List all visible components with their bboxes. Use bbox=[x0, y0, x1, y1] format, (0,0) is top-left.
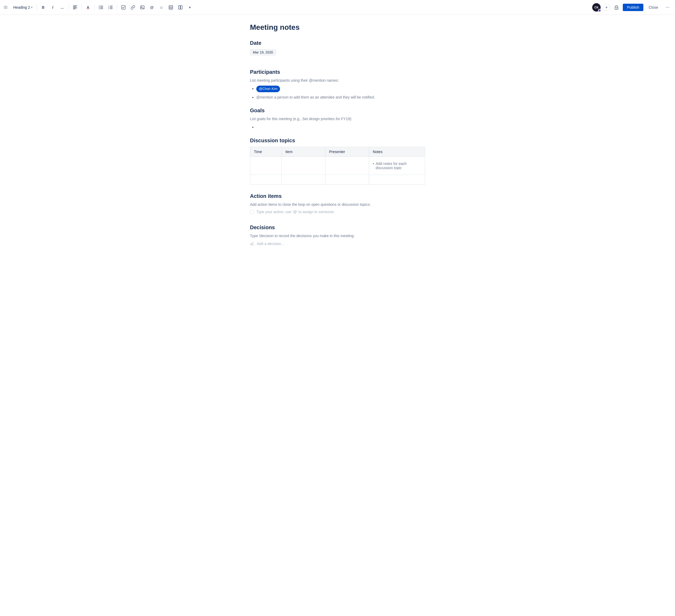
toolbar-divider-3 bbox=[81, 4, 82, 10]
svg-rect-5 bbox=[100, 6, 103, 6]
participants-description: List meeting participants using their @m… bbox=[250, 78, 425, 82]
mention-button[interactable]: @ bbox=[148, 3, 156, 12]
emoji-button[interactable]: ☺ bbox=[157, 3, 166, 12]
list-item[interactable] bbox=[256, 124, 425, 130]
table-button[interactable] bbox=[167, 3, 175, 12]
table-cell-item[interactable] bbox=[282, 157, 325, 175]
more-text-button[interactable]: ... bbox=[58, 3, 66, 12]
svg-point-6 bbox=[99, 7, 100, 8]
table-cell-notes-2[interactable] bbox=[369, 175, 425, 184]
toolbar-divider-4 bbox=[94, 4, 95, 10]
svg-text:3.: 3. bbox=[108, 8, 110, 9]
decision-placeholder[interactable]: Add a decision... bbox=[257, 242, 284, 246]
discussion-table: Time Item Presenter Notes Add notes for … bbox=[250, 147, 425, 185]
avatar-initials: CK bbox=[594, 6, 599, 9]
align-button[interactable] bbox=[71, 3, 79, 12]
svg-rect-3 bbox=[73, 9, 76, 9]
toolbar-right: CK + Publish Close ··· bbox=[592, 3, 672, 12]
toolbar-divider-1 bbox=[36, 4, 37, 10]
logo-icon[interactable]: ≋ bbox=[3, 4, 8, 11]
svg-point-8 bbox=[99, 8, 100, 9]
svg-rect-13 bbox=[110, 7, 112, 8]
svg-point-4 bbox=[99, 6, 100, 6]
decision-icon bbox=[250, 241, 254, 246]
link-button[interactable] bbox=[129, 3, 137, 12]
avatar-badge bbox=[598, 9, 601, 12]
page-content: Meeting notes Date Mar 19, 2020 Particip… bbox=[237, 15, 438, 267]
svg-rect-7 bbox=[100, 7, 103, 8]
decision-row[interactable]: Add a decision... bbox=[250, 241, 425, 246]
table-cell-notes[interactable]: Add notes for each discussion topic bbox=[369, 157, 425, 175]
table-cell-item-2[interactable] bbox=[282, 175, 325, 184]
heading-style-label: Heading 2 bbox=[13, 5, 30, 9]
mention-hint: @mention a person to add them as an atte… bbox=[256, 95, 375, 99]
bold-button[interactable]: B bbox=[39, 3, 48, 12]
page-title[interactable]: Meeting notes bbox=[250, 23, 425, 31]
table-cell-presenter-2[interactable] bbox=[325, 175, 369, 184]
date-badge[interactable]: Mar 19, 2020 bbox=[250, 49, 276, 55]
image-button[interactable] bbox=[138, 3, 147, 12]
participants-heading: Participants bbox=[250, 69, 425, 75]
goals-list bbox=[256, 124, 425, 130]
publish-button[interactable]: Publish bbox=[623, 4, 644, 11]
svg-point-27 bbox=[616, 8, 617, 9]
goals-description: List goals for this meeting (e.g., Set d… bbox=[250, 117, 425, 121]
chevron-down-icon: ▾ bbox=[31, 6, 32, 9]
toolbar-divider-2 bbox=[69, 4, 69, 10]
table-cell-presenter[interactable] bbox=[325, 157, 369, 175]
add-collaborator-button[interactable]: + bbox=[603, 4, 610, 11]
table-cell-time[interactable] bbox=[250, 157, 282, 175]
ordered-list-button[interactable]: 1. 2. 3. bbox=[106, 3, 115, 12]
svg-rect-11 bbox=[110, 6, 112, 6]
svg-rect-9 bbox=[100, 8, 103, 9]
goals-heading: Goals bbox=[250, 107, 425, 113]
italic-button[interactable]: I bbox=[49, 3, 57, 12]
task-button[interactable] bbox=[119, 3, 128, 12]
lock-button[interactable] bbox=[612, 3, 621, 12]
table-cell-time-2[interactable] bbox=[250, 175, 282, 184]
svg-rect-17 bbox=[141, 6, 144, 9]
insert-more-button[interactable]: + bbox=[185, 3, 194, 12]
action-item-row[interactable]: Type your action, use '@' to assign to s… bbox=[250, 210, 425, 214]
table-row bbox=[250, 175, 425, 184]
decisions-heading: Decisions bbox=[250, 225, 425, 231]
svg-point-18 bbox=[141, 6, 142, 7]
svg-rect-16 bbox=[122, 6, 125, 9]
svg-rect-24 bbox=[178, 6, 180, 9]
table-header-notes: Notes bbox=[369, 147, 425, 157]
table-row: Add notes for each discussion topic bbox=[250, 157, 425, 175]
columns-button[interactable] bbox=[176, 3, 184, 12]
action-items-heading: Action items bbox=[250, 193, 425, 199]
action-items-description: Add action items to close the loop on op… bbox=[250, 202, 425, 206]
svg-rect-19 bbox=[169, 6, 173, 9]
action-placeholder[interactable]: Type your action, use '@' to assign to s… bbox=[256, 210, 334, 214]
more-options-button[interactable]: ··· bbox=[663, 3, 672, 12]
svg-rect-0 bbox=[73, 6, 77, 6]
svg-rect-1 bbox=[73, 7, 76, 7]
participants-list: @Chan Kim @mention a person to add them … bbox=[256, 86, 425, 100]
svg-rect-25 bbox=[180, 6, 182, 9]
list-item[interactable]: @mention a person to add them as an atte… bbox=[256, 94, 425, 100]
table-header-presenter: Presenter bbox=[325, 147, 369, 157]
font-color-button[interactable]: A bbox=[84, 3, 92, 12]
list-item[interactable]: @Chan Kim bbox=[256, 86, 425, 92]
svg-rect-2 bbox=[73, 8, 77, 8]
action-checkbox[interactable] bbox=[250, 210, 254, 214]
avatar[interactable]: CK bbox=[592, 3, 601, 12]
close-button[interactable]: Close bbox=[646, 4, 661, 11]
table-header-time: Time bbox=[250, 147, 282, 157]
bullet-list-button[interactable] bbox=[97, 3, 105, 12]
table-note: Add notes for each discussion topic bbox=[373, 162, 421, 170]
table-header-item: Item bbox=[282, 147, 325, 157]
decisions-description: Type /decision to record the decisions y… bbox=[250, 234, 425, 238]
discussion-heading: Discussion topics bbox=[250, 138, 425, 144]
mention-tag[interactable]: @Chan Kim bbox=[256, 86, 280, 92]
toolbar-divider-5 bbox=[117, 4, 117, 10]
heading-style-dropdown[interactable]: Heading 2 ▾ bbox=[11, 4, 34, 10]
toolbar: ≋ Heading 2 ▾ B I ... A 1. bbox=[0, 0, 675, 15]
svg-rect-15 bbox=[110, 8, 112, 9]
date-heading: Date bbox=[250, 40, 425, 46]
